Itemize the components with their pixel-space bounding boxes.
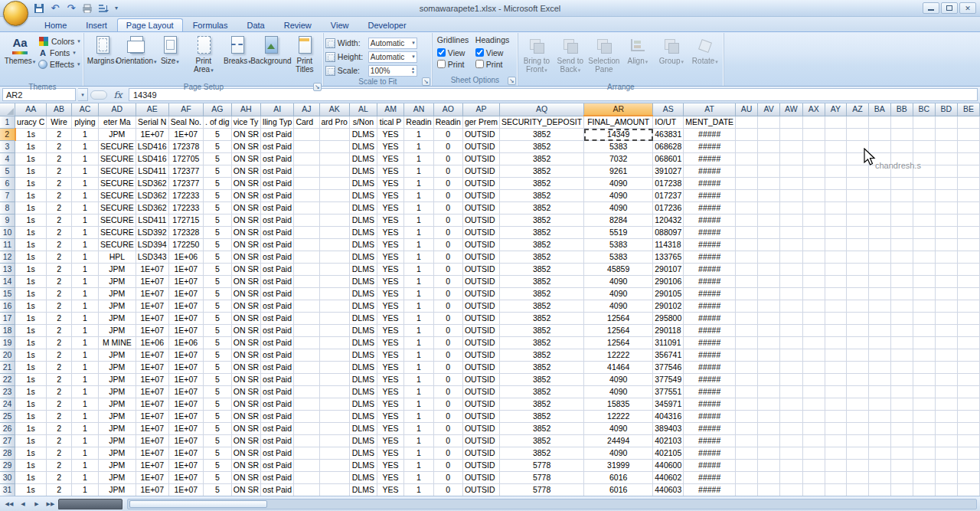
- cell[interactable]: 1s: [15, 374, 47, 386]
- cell[interactable]: ON SR: [231, 129, 260, 141]
- cell[interactable]: OUTSID: [462, 337, 499, 349]
- cell[interactable]: #####: [684, 178, 736, 190]
- cell[interactable]: [847, 337, 869, 349]
- cell[interactable]: [957, 423, 979, 435]
- cell[interactable]: 0: [433, 349, 462, 362]
- cell[interactable]: DLMS: [349, 300, 377, 313]
- cell[interactable]: [913, 423, 935, 435]
- cell[interactable]: ON SR: [231, 215, 260, 227]
- cell[interactable]: [779, 484, 802, 496]
- cell[interactable]: 1s: [15, 129, 47, 141]
- cell[interactable]: [868, 288, 890, 300]
- cell[interactable]: [779, 362, 802, 374]
- cell[interactable]: JPM: [98, 460, 136, 472]
- cell[interactable]: [779, 460, 802, 472]
- cell[interactable]: [847, 129, 869, 141]
- cell[interactable]: 4090: [584, 190, 653, 202]
- cell[interactable]: [868, 411, 890, 423]
- cell[interactable]: [890, 276, 913, 288]
- cell[interactable]: ost Paid: [261, 472, 294, 484]
- cell[interactable]: [294, 178, 319, 190]
- cell[interactable]: 1s: [15, 190, 47, 202]
- cell[interactable]: [294, 190, 319, 202]
- cell[interactable]: [825, 165, 847, 178]
- cell[interactable]: ON SR: [231, 227, 260, 239]
- cell[interactable]: OUTSID: [462, 227, 499, 239]
- cell[interactable]: 1: [404, 447, 433, 460]
- cell[interactable]: LSD416: [136, 141, 168, 153]
- cell[interactable]: 120432: [653, 215, 684, 227]
- cell[interactable]: [868, 313, 890, 325]
- cell[interactable]: ON SR: [231, 264, 260, 276]
- cell[interactable]: ON SR: [231, 423, 260, 435]
- cell[interactable]: 5: [203, 288, 231, 300]
- cell[interactable]: [913, 202, 935, 215]
- cell[interactable]: SECURE: [98, 202, 136, 215]
- cell[interactable]: 1: [71, 264, 98, 276]
- cell[interactable]: 1: [71, 178, 98, 190]
- cell[interactable]: 440603: [653, 484, 684, 496]
- cell[interactable]: 1s: [15, 239, 47, 251]
- cell[interactable]: [890, 227, 913, 239]
- row-header-29[interactable]: 29: [0, 460, 15, 472]
- cell[interactable]: 1: [71, 288, 98, 300]
- cell[interactable]: [868, 300, 890, 313]
- cell[interactable]: OUTSID: [462, 386, 499, 398]
- cell[interactable]: [847, 227, 869, 239]
- scale-to-fit-dialog-launcher[interactable]: ↘: [422, 77, 430, 86]
- cell[interactable]: 1: [404, 484, 433, 496]
- cell[interactable]: ost Paid: [261, 251, 294, 264]
- cell[interactable]: [319, 300, 349, 313]
- cell[interactable]: [847, 190, 869, 202]
- cell[interactable]: [913, 337, 935, 349]
- cell[interactable]: 5: [203, 423, 231, 435]
- cell[interactable]: YES: [377, 472, 404, 484]
- cell[interactable]: [847, 116, 869, 129]
- cell[interactable]: YES: [377, 325, 404, 337]
- cell[interactable]: JPM: [98, 398, 136, 411]
- cell[interactable]: [802, 190, 825, 202]
- cell[interactable]: [935, 435, 957, 447]
- cell[interactable]: [802, 337, 825, 349]
- cell[interactable]: 4090: [584, 276, 653, 288]
- cell[interactable]: 017236: [653, 202, 684, 215]
- cell[interactable]: [935, 325, 957, 337]
- column-header-AE[interactable]: AE: [136, 103, 168, 116]
- cell[interactable]: [294, 215, 319, 227]
- cell[interactable]: [935, 202, 957, 215]
- tab-review[interactable]: Review: [275, 18, 321, 31]
- cell[interactable]: [957, 325, 979, 337]
- cell[interactable]: [802, 435, 825, 447]
- cell[interactable]: 1s: [15, 460, 47, 472]
- cell[interactable]: [802, 374, 825, 386]
- cell[interactable]: [294, 129, 319, 141]
- column-header-AR[interactable]: AR: [584, 103, 653, 116]
- cell[interactable]: YES: [377, 165, 404, 178]
- cell[interactable]: 5: [203, 349, 231, 362]
- cell[interactable]: 1: [404, 129, 433, 141]
- cell[interactable]: ost Paid: [261, 460, 294, 472]
- cell[interactable]: [736, 374, 758, 386]
- cell[interactable]: [779, 178, 802, 190]
- cell[interactable]: [802, 325, 825, 337]
- cell[interactable]: OUTSID: [462, 423, 499, 435]
- cell[interactable]: [319, 472, 349, 484]
- row-header-23[interactable]: 23: [0, 386, 15, 398]
- cell[interactable]: [758, 165, 780, 178]
- cell[interactable]: [957, 288, 979, 300]
- column-header-AD[interactable]: AD: [98, 103, 136, 116]
- cell[interactable]: 2: [47, 313, 72, 325]
- column-header-BC[interactable]: BC: [913, 103, 935, 116]
- cell[interactable]: 0: [433, 153, 462, 165]
- cell[interactable]: [868, 251, 890, 264]
- cell[interactable]: [736, 300, 758, 313]
- cell[interactable]: [779, 141, 802, 153]
- cell[interactable]: 2: [47, 141, 72, 153]
- cell[interactable]: 0: [433, 300, 462, 313]
- cell[interactable]: #####: [684, 460, 736, 472]
- horizontal-scrollbar[interactable]: [127, 499, 977, 509]
- cell[interactable]: [825, 239, 847, 251]
- cell[interactable]: 1: [71, 227, 98, 239]
- cell[interactable]: [847, 141, 869, 153]
- cell[interactable]: [779, 472, 802, 484]
